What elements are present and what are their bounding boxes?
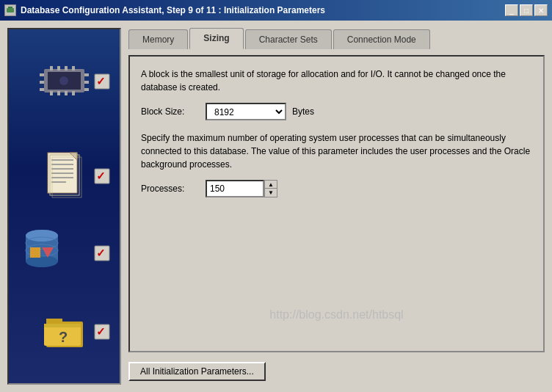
step-document-item: ✓	[12, 151, 116, 199]
tab-character-sets[interactable]: Character Sets	[245, 29, 332, 49]
check-mark-1: ✓	[94, 73, 109, 88]
processes-description: Specify the maximum number of operating …	[141, 131, 532, 171]
block-size-label: Block Size:	[141, 106, 200, 117]
svg-rect-10	[65, 91, 68, 95]
app-icon	[4, 4, 16, 16]
block-size-unit: Bytes	[292, 106, 314, 117]
minimize-button[interactable]: _	[505, 4, 518, 16]
block-size-description: A block is the smallest unit of storage …	[141, 68, 532, 94]
processes-row: Processes: ▲ ▼	[141, 180, 532, 197]
svg-rect-5	[57, 66, 60, 70]
svg-rect-9	[57, 91, 60, 95]
title-bar: Database Configuration Assistant, Step 9…	[0, 0, 552, 21]
tabs-container: Memory Sizing Character Sets Connection …	[128, 28, 545, 49]
window-title: Database Configuration Assistant, Step 9…	[21, 5, 505, 15]
block-size-select[interactable]: 8192 4096 16384 32768	[206, 103, 286, 120]
svg-rect-6	[65, 66, 68, 70]
all-init-params-button[interactable]: All Initialization Parameters...	[128, 362, 266, 381]
svg-rect-11	[72, 91, 75, 95]
svg-rect-0	[7, 8, 14, 12]
svg-rect-15	[84, 73, 89, 76]
svg-rect-7	[72, 66, 75, 70]
chip-icon	[37, 63, 92, 98]
svg-rect-4	[50, 66, 53, 70]
processes-spinner: ▲ ▼	[206, 180, 277, 197]
step-folder-item: ? ✓	[12, 313, 116, 349]
tab-connection-mode[interactable]: Connection Mode	[333, 29, 430, 49]
check-mark-2: ✓	[94, 168, 109, 183]
all-params-bar: All Initialization Parameters...	[128, 358, 545, 385]
database-icon	[20, 227, 64, 278]
svg-rect-1	[8, 7, 12, 8]
svg-text:?: ?	[59, 329, 68, 345]
close-button[interactable]: ✕	[534, 4, 548, 16]
tab-memory[interactable]: Memory	[128, 29, 188, 49]
illustration-panel: ✓	[7, 28, 121, 385]
check-mark-4: ✓	[94, 324, 109, 338]
processes-input[interactable]	[206, 180, 264, 197]
svg-rect-14	[40, 88, 44, 91]
main-container: ✓	[0, 21, 552, 392]
step-chip-item: ✓	[12, 63, 116, 98]
content-area: A block is the smallest unit of storage …	[128, 55, 545, 352]
check-mark-3: ✓	[94, 245, 109, 260]
right-panel: Memory Sizing Character Sets Connection …	[128, 28, 545, 385]
spinner-down-button[interactable]: ▼	[265, 189, 277, 197]
svg-point-37	[26, 230, 58, 242]
svg-point-18	[59, 76, 68, 85]
document-icon	[44, 151, 84, 199]
watermark: http://blog.csdn.net/htbsql	[269, 308, 403, 322]
maximize-button[interactable]: □	[520, 4, 533, 16]
svg-text:✓: ✓	[96, 247, 106, 259]
svg-rect-17	[84, 88, 89, 91]
svg-rect-45	[46, 319, 62, 324]
svg-text:✓: ✓	[96, 170, 106, 182]
folder-icon: ?	[43, 313, 87, 349]
svg-rect-13	[40, 81, 44, 84]
window-controls: _ □ ✕	[505, 4, 548, 16]
svg-text:✓: ✓	[96, 325, 106, 338]
svg-rect-8	[50, 91, 53, 95]
tab-sizing[interactable]: Sizing	[189, 28, 243, 49]
block-size-row: Block Size: 8192 4096 16384 32768 Bytes	[141, 103, 532, 120]
svg-rect-40	[30, 247, 40, 258]
svg-rect-12	[40, 73, 44, 76]
svg-rect-16	[84, 81, 89, 84]
svg-text:✓: ✓	[96, 75, 106, 87]
spinner-up-button[interactable]: ▲	[265, 181, 277, 189]
spinner-controls: ▲ ▼	[264, 180, 277, 197]
svg-rect-47	[44, 324, 81, 327]
processes-label: Processes:	[141, 184, 200, 194]
